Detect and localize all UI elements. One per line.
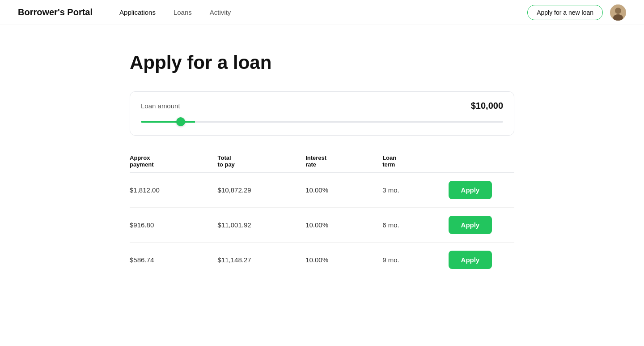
table-row: $586.74 $11,148.27 10.00% 9 mo. Apply bbox=[130, 243, 514, 278]
nav-link-loans[interactable]: Loans bbox=[174, 7, 192, 18]
interest-rate-1: 10.00% bbox=[305, 208, 382, 243]
slider-container bbox=[141, 116, 503, 124]
nav-right: Apply for a new loan bbox=[527, 4, 626, 21]
approx-payment-0: $1,812.00 bbox=[130, 173, 218, 208]
col-header-action bbox=[449, 150, 514, 173]
table-row: $916.80 $11,001.92 10.00% 6 mo. Apply bbox=[130, 208, 514, 243]
total-to-pay-1: $11,001.92 bbox=[218, 208, 306, 243]
table-header-row: Approx payment Total to pay Interest rat… bbox=[130, 150, 514, 173]
col-header-interest-rate: Interest rate bbox=[305, 150, 382, 173]
navbar: Borrower's Portal Applications Loans Act… bbox=[0, 0, 644, 25]
loan-options-table: Approx payment Total to pay Interest rat… bbox=[130, 150, 514, 277]
apply-cell-2: Apply bbox=[449, 243, 514, 278]
apply-button-0[interactable]: Apply bbox=[449, 181, 492, 199]
approx-payment-2: $586.74 bbox=[130, 243, 218, 278]
approx-payment-1: $916.80 bbox=[130, 208, 218, 243]
apply-button-2[interactable]: Apply bbox=[449, 251, 492, 269]
loan-amount-value: $10,000 bbox=[471, 101, 503, 111]
nav-links: Applications Loans Activity bbox=[119, 7, 527, 18]
total-to-pay-0: $10,872.29 bbox=[218, 173, 306, 208]
interest-rate-2: 10.00% bbox=[305, 243, 382, 278]
apply-button-1[interactable]: Apply bbox=[449, 216, 492, 234]
interest-rate-0: 10.00% bbox=[305, 173, 382, 208]
main-content: Apply for a loan Loan amount $10,000 App… bbox=[121, 25, 523, 304]
avatar[interactable] bbox=[610, 4, 626, 21]
brand-logo: Borrower's Portal bbox=[18, 7, 93, 17]
loan-term-2: 9 mo. bbox=[382, 243, 448, 278]
page-title: Apply for a loan bbox=[130, 52, 514, 73]
loan-amount-slider[interactable] bbox=[141, 121, 503, 123]
apply-cell-0: Apply bbox=[449, 173, 514, 208]
loan-term-0: 3 mo. bbox=[382, 173, 448, 208]
col-header-total-to-pay: Total to pay bbox=[218, 150, 306, 173]
col-header-loan-term: Loan term bbox=[382, 150, 448, 173]
apply-cell-1: Apply bbox=[449, 208, 514, 243]
nav-link-applications[interactable]: Applications bbox=[119, 7, 156, 18]
loan-term-1: 6 mo. bbox=[382, 208, 448, 243]
svg-point-1 bbox=[615, 8, 621, 14]
loan-amount-header: Loan amount $10,000 bbox=[141, 101, 503, 111]
loan-amount-label: Loan amount bbox=[141, 102, 180, 110]
loan-amount-card: Loan amount $10,000 bbox=[130, 91, 514, 136]
total-to-pay-2: $11,148.27 bbox=[218, 243, 306, 278]
nav-link-activity[interactable]: Activity bbox=[210, 7, 231, 18]
col-header-approx-payment: Approx payment bbox=[130, 150, 218, 173]
table-row: $1,812.00 $10,872.29 10.00% 3 mo. Apply bbox=[130, 173, 514, 208]
apply-new-loan-button[interactable]: Apply for a new loan bbox=[527, 5, 603, 20]
